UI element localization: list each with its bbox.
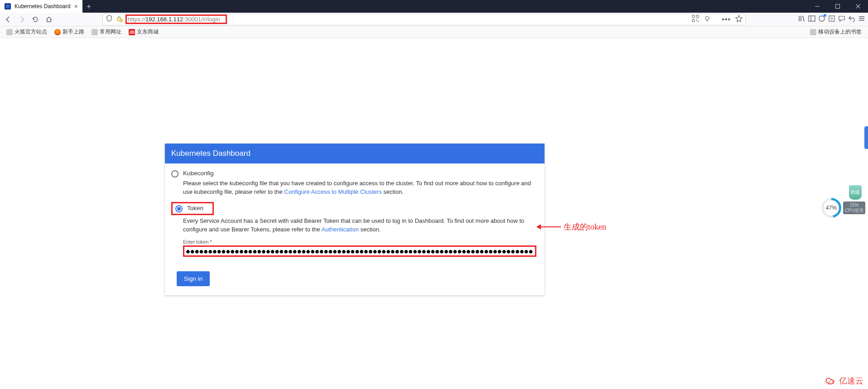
undo-icon[interactable] [848, 15, 855, 24]
card-title: Kubernetes Dashboard [165, 144, 545, 163]
bookmark-label: 移动设备上的书签 [818, 28, 862, 36]
window-controls [807, 0, 868, 13]
chat-icon[interactable] [838, 15, 845, 24]
jd-icon: JD [129, 29, 135, 35]
bookmark-item-mobile[interactable]: 移动设备上的书签 [807, 27, 864, 37]
folder-icon [810, 29, 816, 35]
svg-point-5 [120, 19, 123, 22]
annotation-text: 生成的token [564, 221, 606, 232]
tab-title: Kubernetes Dashboard [14, 3, 70, 10]
sign-in-button[interactable]: Sign in [177, 271, 210, 286]
brand-watermark: 亿速云 [825, 375, 863, 386]
url-bar[interactable]: https://192.168.1.112:30001/#/login ••• [102, 14, 746, 25]
qr-icon[interactable] [692, 15, 699, 24]
cpu-percent: 47% [826, 205, 837, 211]
folder-icon [92, 29, 98, 35]
window-close-button[interactable] [848, 0, 868, 13]
cpu-usage-label: CPU使用 [845, 208, 863, 213]
cpu-usage-value: 15% [845, 202, 863, 208]
svg-rect-9 [696, 19, 697, 20]
bookmark-item-getting-started[interactable]: 新手上路 [52, 27, 87, 37]
firefox-icon [54, 29, 61, 35]
svg-rect-1 [835, 5, 839, 9]
link-authentication[interactable]: Authentication [321, 226, 358, 233]
option-kubeconfig-label: Kubeconfig [183, 170, 214, 177]
option-token-label: Token [187, 205, 203, 211]
browser-navbar: https://192.168.1.112:30001/#/login ••• [0, 13, 868, 26]
svg-point-24 [832, 381, 833, 383]
sidebar-icon[interactable] [808, 15, 815, 24]
option-token[interactable]: Token [175, 205, 203, 212]
option-kubeconfig[interactable]: Kubeconfig [171, 170, 538, 178]
kubeconfig-description: Please select the kubeconfig file that y… [183, 179, 538, 197]
link-configure-clusters[interactable]: Configure Access to Multiple Clusters [284, 188, 381, 195]
token-input-highlight: ●●●●●●●●●●●●●●●●●●●●●●●●●●●●●●●●●●●●●●●●… [183, 245, 536, 257]
bookmark-star-icon[interactable] [735, 15, 743, 24]
bookmark-item-common-sites[interactable]: 常用网址 [89, 27, 124, 37]
url-text: https://192.168.1.112:30001/#/login [125, 14, 227, 24]
app-menu-icon[interactable] [858, 15, 865, 24]
svg-rect-6 [692, 15, 694, 18]
tracking-shield-icon[interactable] [106, 15, 113, 24]
bookmark-label: 常用网址 [100, 28, 121, 36]
bookmark-label: 新手上路 [63, 28, 84, 36]
tab-favicon [5, 3, 11, 10]
nav-forward-button[interactable] [16, 14, 27, 25]
nav-back-button[interactable] [3, 14, 14, 25]
window-maximize-button[interactable] [827, 0, 848, 13]
token-description: Every Service Account has a Secret with … [183, 217, 538, 234]
bookmark-label: 京东商城 [137, 28, 159, 36]
toolbar-right [798, 15, 865, 24]
content-scroll-handle[interactable] [864, 126, 868, 149]
tab-close-icon[interactable]: × [74, 3, 77, 10]
svg-rect-8 [692, 19, 694, 22]
annotation-arrow: 生成的token [536, 221, 606, 232]
svg-rect-10 [698, 21, 699, 22]
browser-tab-active[interactable]: Kubernetes Dashboard × [0, 0, 82, 13]
brand-logo-icon [825, 376, 837, 385]
folder-icon [6, 29, 13, 35]
token-field-label: Enter token * [183, 239, 538, 245]
extension-icon[interactable] [828, 15, 835, 24]
notification-icon[interactable] [818, 15, 825, 24]
svg-point-11 [705, 16, 709, 20]
svg-point-17 [831, 18, 833, 19]
svg-rect-7 [696, 15, 699, 18]
browser-titlebar: Kubernetes Dashboard × ＋ [0, 0, 868, 13]
library-icon[interactable] [798, 15, 805, 24]
page-content: Kubernetes Dashboard Kubeconfig Please s… [0, 38, 868, 389]
nav-reload-button[interactable] [30, 14, 41, 25]
bookmarks-toolbar: 火狐官方站点 新手上路 常用网址 JD京东商城 移动设备上的书签 [0, 26, 868, 38]
bookmark-label: 火狐官方站点 [14, 28, 47, 36]
bookmark-item-jd[interactable]: JD京东商城 [126, 27, 161, 37]
radio-kubeconfig[interactable] [171, 170, 178, 178]
lock-warning-icon[interactable] [116, 15, 123, 24]
token-input[interactable]: ●●●●●●●●●●●●●●●●●●●●●●●●●●●●●●●●●●●●●●●●… [186, 248, 533, 255]
brand-name: 亿速云 [839, 375, 863, 386]
token-field: Enter token * ●●●●●●●●●●●●●●●●●●●●●●●●●●… [183, 239, 538, 257]
login-card: Kubernetes Dashboard Kubeconfig Please s… [165, 144, 545, 295]
option-token-row: Token [171, 202, 538, 215]
page-actions-ellipsis[interactable]: ••• [722, 15, 731, 24]
svg-rect-13 [809, 16, 815, 21]
lightbulb-icon[interactable] [704, 15, 711, 24]
window-minimize-button[interactable] [807, 0, 827, 13]
nav-home-button[interactable] [43, 14, 54, 25]
new-tab-button[interactable]: ＋ [82, 0, 95, 13]
system-monitor-widget[interactable]: 47% 15% CPU使用 [821, 198, 865, 218]
svg-marker-22 [536, 224, 541, 230]
cpu-usage-box: 15% CPU使用 [843, 202, 865, 214]
svg-rect-16 [829, 16, 834, 21]
svg-point-23 [829, 381, 830, 383]
cpu-ring-icon: 47% [821, 198, 841, 218]
radio-token[interactable] [175, 205, 183, 212]
bookmark-item-firefox-official[interactable]: 火狐官方站点 [4, 27, 50, 37]
